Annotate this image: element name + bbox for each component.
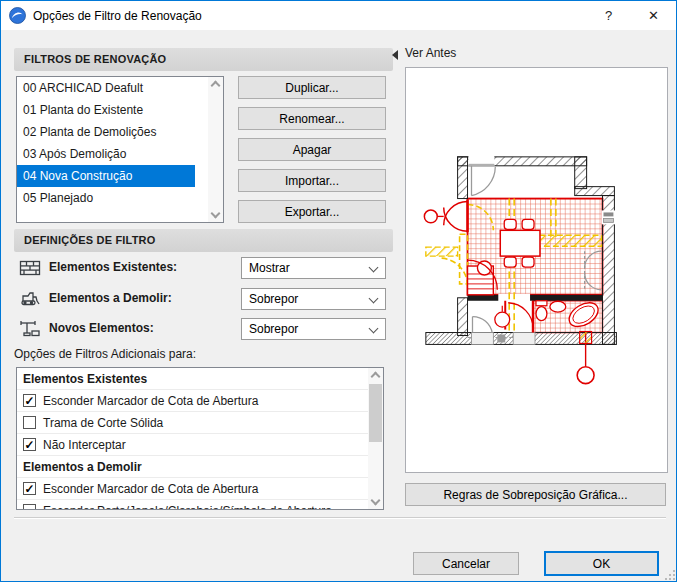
filter-list-item[interactable]: 01 Planta do Existente xyxy=(17,99,195,121)
preview-box xyxy=(405,67,668,473)
window-title: Opções de Filtro de Renovação xyxy=(33,9,586,23)
option-label: Trama de Corte Sólida xyxy=(43,416,163,430)
new-elements-icon xyxy=(18,318,42,340)
filter-list-scrollbar[interactable] xyxy=(208,77,223,222)
filter-list-item[interactable]: 05 Planejado xyxy=(17,187,195,209)
existing-elements-row: Elementos Existentes: Mostrar xyxy=(14,257,393,281)
filter-list[interactable]: 00 ARCHICAD Deafult01 Planta do Existent… xyxy=(16,76,224,223)
filter-list-item[interactable]: 03 Após Demolição xyxy=(17,143,195,165)
preview-label: Ver Antes xyxy=(405,46,456,60)
filters-section-header: FILTROS DE RENOVAÇÃO xyxy=(14,48,393,71)
chevron-down-icon xyxy=(369,294,379,304)
option-label: Esconder Marcador de Cota de Abertura xyxy=(43,394,258,408)
new-elements-dropdown[interactable]: Sobrepor xyxy=(241,318,386,340)
existing-elements-icon xyxy=(18,257,42,279)
demolish-elements-label: Elementos a Demolir: xyxy=(49,291,172,305)
chevron-down-icon xyxy=(369,324,379,334)
close-button[interactable]: ✕ xyxy=(631,1,676,30)
demolish-elements-dropdown[interactable]: Sobrepor xyxy=(241,288,386,310)
filter-action-button[interactable]: Duplicar... xyxy=(238,76,386,99)
demolish-elements-value: Sobrepor xyxy=(249,292,298,306)
options-scrollbar[interactable] xyxy=(368,368,383,509)
option-label: Não Interceptar xyxy=(43,438,126,452)
titlebar: Opções de Filtro de Renovação ? ✕ xyxy=(1,1,676,31)
filter-action-buttons: Duplicar...Renomear...ApagarImportar...E… xyxy=(238,76,386,231)
option-row[interactable]: ✓Esconder Marcador de Cota de Abertura xyxy=(17,478,368,500)
option-row[interactable]: Esconder Porta/Janela/Claraboia/Símbolo … xyxy=(17,500,368,510)
option-label: Esconder Marcador de Cota de Abertura xyxy=(43,482,258,496)
footer-divider xyxy=(14,517,666,519)
chevron-down-icon xyxy=(369,263,379,273)
checkbox-checked[interactable]: ✓ xyxy=(23,482,36,495)
collapse-preview-arrow-icon[interactable] xyxy=(392,50,398,60)
checkbox-checked[interactable]: ✓ xyxy=(23,394,36,407)
option-label: Esconder Porta/Janela/Claraboia/Símbolo … xyxy=(43,504,332,511)
scroll-up-icon[interactable] xyxy=(371,372,381,382)
resize-grip[interactable] xyxy=(669,574,671,576)
archicad-logo-icon xyxy=(9,7,26,24)
option-row[interactable]: ✓Esconder Marcador de Cota de Abertura xyxy=(17,390,368,412)
demolish-elements-icon xyxy=(18,288,42,310)
renovation-filter-options-dialog: Opções de Filtro de Renovação ? ✕ FILTRO… xyxy=(0,0,677,582)
filter-action-button[interactable]: Importar... xyxy=(238,169,386,192)
graphic-override-rules-button[interactable]: Regras de Sobreposição Gráfica... xyxy=(405,483,666,506)
option-label: Elementos a Demolir xyxy=(23,460,142,474)
option-row[interactable]: Trama de Corte Sólida xyxy=(17,412,368,434)
filter-action-button[interactable]: Apagar xyxy=(238,138,386,161)
new-elements-label: Novos Elementos: xyxy=(49,321,154,335)
option-row[interactable]: ✓Não Interceptar xyxy=(17,434,368,456)
new-elements-value: Sobrepor xyxy=(249,322,298,336)
existing-elements-dropdown[interactable]: Mostrar xyxy=(241,257,386,279)
existing-elements-label: Elementos Existentes: xyxy=(49,260,177,274)
demolish-elements-row: Elementos a Demolir: Sobrepor xyxy=(14,288,393,312)
options-group-header: Elementos Existentes xyxy=(17,368,368,390)
cancel-button[interactable]: Cancelar xyxy=(413,552,519,575)
filter-list-item[interactable]: 02 Planta de Demolições xyxy=(17,121,195,143)
option-label: Elementos Existentes xyxy=(23,372,147,386)
filter-list-item[interactable]: 00 ARCHICAD Deafult xyxy=(17,77,195,99)
options-list[interactable]: Elementos Existentes✓Esconder Marcador d… xyxy=(16,367,384,510)
filter-list-item[interactable]: 04 Nova Construção xyxy=(17,165,195,187)
existing-elements-value: Mostrar xyxy=(249,261,290,275)
checkbox-checked[interactable]: ✓ xyxy=(23,438,36,451)
checkbox-unchecked[interactable] xyxy=(23,416,36,429)
scroll-down-icon[interactable] xyxy=(371,496,381,506)
help-button[interactable]: ? xyxy=(586,1,631,30)
options-group-header: Elementos a Demolir xyxy=(17,456,368,478)
filter-action-button[interactable]: Renomear... xyxy=(238,107,386,130)
checkbox-unchecked[interactable] xyxy=(23,504,36,510)
scroll-up-icon[interactable] xyxy=(211,81,221,91)
scrollbar-thumb[interactable] xyxy=(369,384,382,442)
floor-plan-preview xyxy=(406,68,667,472)
additional-options-label: Opções de Filtros Adicionais para: xyxy=(14,347,196,361)
scroll-down-icon[interactable] xyxy=(211,209,221,219)
filter-action-button[interactable]: Exportar... xyxy=(238,200,386,223)
ok-button[interactable]: OK xyxy=(544,551,659,576)
definitions-section-header: DEFINIÇÕES DE FILTRO xyxy=(14,229,393,252)
new-elements-row: Novos Elementos: Sobrepor xyxy=(14,318,393,342)
